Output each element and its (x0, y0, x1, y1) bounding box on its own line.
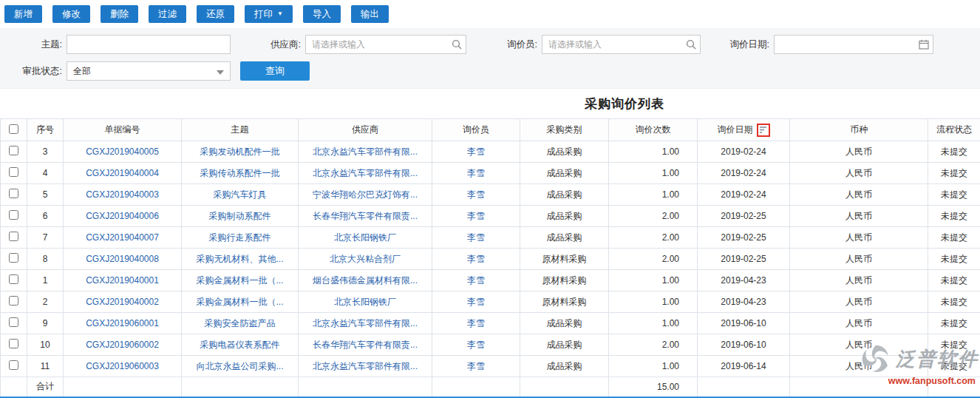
col-currency: 币种 (790, 119, 928, 141)
cell-doc-no[interactable]: CGXJ2019040005 (64, 141, 182, 163)
row-checkbox[interactable] (9, 339, 18, 348)
modify-button[interactable]: 修改 (52, 5, 90, 23)
filter-button[interactable]: 过滤 (149, 5, 186, 23)
inquirer-input[interactable] (542, 35, 701, 54)
cell-inquirer[interactable]: 李雪 (432, 356, 520, 377)
row-checkbox[interactable] (9, 253, 18, 263)
cell-doc-no[interactable]: CGXJ2019040001 (64, 270, 182, 291)
cell-subject[interactable]: 采购发动机配件一批 (182, 141, 299, 163)
search-icon[interactable] (686, 39, 696, 50)
cell-status: 未提交 (928, 356, 980, 377)
cell-doc-no[interactable]: CGXJ2019060003 (64, 356, 182, 377)
cell-supplier[interactable]: 长春华翔汽车零件有限责... (299, 334, 432, 356)
cell-status: 未提交 (928, 206, 980, 227)
query-button[interactable]: 查询 (240, 61, 310, 81)
cell-currency: 人民币 (790, 163, 928, 184)
cell-subject[interactable]: 采购安全防盗产品 (182, 313, 299, 334)
cell-doc-no[interactable]: CGXJ2019040002 (64, 291, 182, 313)
cell-supplier[interactable]: 北京大兴粘合剂厂 (299, 249, 432, 270)
row-checkbox[interactable] (9, 296, 18, 306)
cell-supplier[interactable]: 烟台盛伟德金属材料有限... (299, 270, 432, 291)
cell-inquirer[interactable]: 李雪 (432, 184, 520, 206)
cell-inquirer[interactable]: 李雪 (432, 249, 520, 270)
cell-doc-no[interactable]: CGXJ2019060001 (64, 313, 182, 334)
approval-status-select[interactable]: 全部 (67, 61, 231, 81)
add-button[interactable]: 新增 (4, 5, 42, 23)
cell-doc-no[interactable]: CGXJ2019060002 (64, 334, 182, 356)
cell-count: 2.00 (609, 227, 698, 249)
restore-button[interactable]: 还原 (197, 5, 234, 23)
cell-date: 2019-06-14 (698, 356, 790, 377)
cell-doc-no[interactable]: CGXJ2019040003 (64, 184, 182, 206)
cell-inquirer[interactable]: 李雪 (432, 141, 520, 163)
cell-doc-no[interactable]: CGXJ2019040006 (64, 206, 182, 227)
cell-supplier[interactable]: 北京永益汽车零部件有限... (299, 356, 432, 377)
cell-category: 成品采购 (520, 163, 609, 184)
caret-down-icon: ▼ (277, 11, 283, 17)
cell-doc-no[interactable]: CGXJ2019040008 (64, 249, 182, 270)
table-row: 8 CGXJ2019040008 采购无机材料、其他... 北京大兴粘合剂厂 李… (1, 249, 980, 270)
cell-category: 成品采购 (520, 356, 609, 377)
calendar-icon[interactable] (919, 39, 929, 50)
print-button[interactable]: 打印 ▼ (245, 5, 293, 23)
cell-seq: 6 (27, 206, 64, 227)
cell-date: 2019-06-10 (698, 334, 790, 356)
search-icon[interactable] (452, 39, 462, 50)
cell-subject[interactable]: 向北京永益公司采购... (182, 356, 299, 377)
row-checkbox[interactable] (9, 210, 18, 220)
row-checkbox[interactable] (9, 167, 18, 177)
cell-status: 未提交 (928, 291, 980, 313)
cell-date: 2019-02-25 (698, 206, 790, 227)
cell-inquirer[interactable]: 李雪 (432, 334, 520, 356)
row-checkbox[interactable] (9, 317, 18, 327)
cell-subject[interactable]: 采购金属材料一批（... (182, 291, 299, 313)
table-row: 9 CGXJ2019060001 采购安全防盗产品 北京永益汽车零部件有限...… (1, 313, 980, 334)
col-seq: 序号 (27, 119, 64, 141)
col-doc-no: 单据编号 (64, 119, 182, 141)
table-header-row: 序号 单据编号 主题 供应商 询价员 采购类别 询价次数 询价日期 币种 流程状… (1, 119, 980, 141)
cell-supplier[interactable]: 北京永益汽车零部件有限... (299, 141, 432, 163)
cell-seq: 5 (27, 184, 64, 206)
cell-category: 成品采购 (520, 206, 609, 227)
cell-inquirer[interactable]: 李雪 (432, 206, 520, 227)
cell-inquirer[interactable]: 李雪 (432, 313, 520, 334)
cell-count: 1.00 (609, 356, 698, 377)
table-row: 6 CGXJ2019040006 采购制动系配件 长春华翔汽车零件有限责... … (1, 206, 980, 227)
cell-subject[interactable]: 采购传动系配件一批 (182, 163, 299, 184)
supplier-input[interactable] (305, 35, 466, 54)
delete-button[interactable]: 删除 (101, 5, 138, 23)
cell-doc-no[interactable]: CGXJ2019040004 (64, 163, 182, 184)
subject-input[interactable] (67, 35, 231, 54)
cell-subject[interactable]: 采购金属材料一批（... (182, 270, 299, 291)
cell-subject[interactable]: 采购行走系配件 (182, 227, 299, 249)
cell-supplier[interactable]: 北京长阳钢铁厂 (299, 227, 432, 249)
cell-subject[interactable]: 采购制动系配件 (182, 206, 299, 227)
cell-subject[interactable]: 采购无机材料、其他... (182, 249, 299, 270)
cell-count: 2.00 (609, 249, 698, 270)
cell-seq: 10 (27, 334, 64, 356)
col-date: 询价日期 (698, 119, 790, 141)
row-checkbox[interactable] (9, 189, 18, 198)
cell-supplier[interactable]: 宁波华翔哈尔巴克灯饰有... (299, 184, 432, 206)
cell-supplier[interactable]: 北京永益汽车零部件有限... (299, 163, 432, 184)
row-checkbox[interactable] (9, 360, 18, 370)
sort-icon[interactable] (757, 124, 770, 137)
cell-supplier[interactable]: 北京长阳钢铁厂 (299, 291, 432, 313)
cell-doc-no[interactable]: CGXJ2019040007 (64, 227, 182, 249)
import-button[interactable]: 导入 (303, 5, 341, 23)
inquiry-date-input[interactable] (774, 35, 933, 54)
select-all-checkbox[interactable] (9, 124, 18, 134)
cell-subject[interactable]: 采购汽车灯具 (182, 184, 299, 206)
cell-supplier[interactable]: 北京永益汽车零部件有限... (299, 313, 432, 334)
cell-inquirer[interactable]: 李雪 (432, 270, 520, 291)
cell-inquirer[interactable]: 李雪 (432, 227, 520, 249)
cell-supplier[interactable]: 长春华翔汽车零件有限责... (299, 206, 432, 227)
export-button[interactable]: 输出 (351, 5, 389, 23)
row-checkbox[interactable] (9, 274, 18, 284)
row-checkbox[interactable] (9, 232, 18, 241)
cell-inquirer[interactable]: 李雪 (432, 163, 520, 184)
row-checkbox[interactable] (9, 146, 18, 155)
chevron-down-icon (217, 70, 224, 75)
cell-subject[interactable]: 采购电器仪表系配件 (182, 334, 299, 356)
cell-inquirer[interactable]: 李雪 (432, 291, 520, 313)
